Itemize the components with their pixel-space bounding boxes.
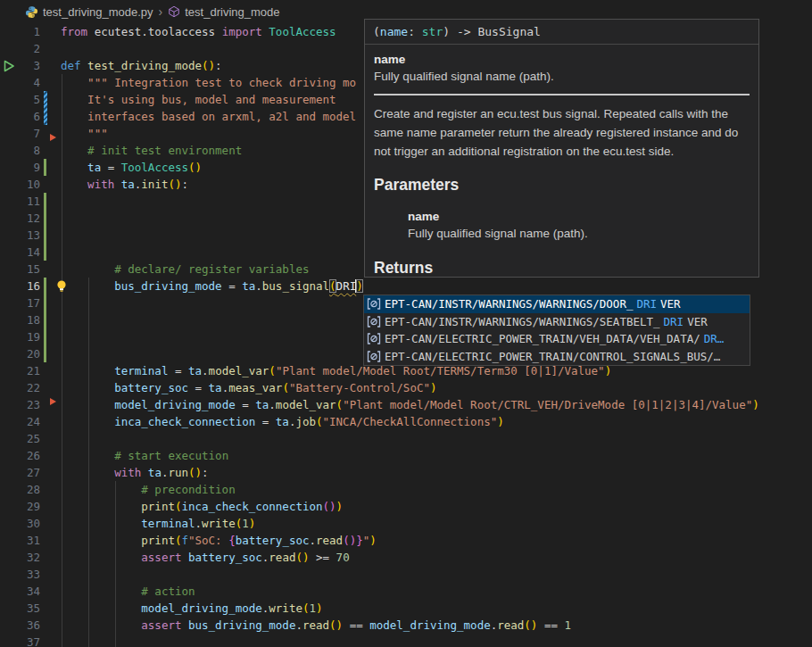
hover-divider [374, 94, 750, 95]
code-text [40, 40, 61, 57]
hover-signature: (name: str) -> BusSignal [365, 20, 758, 45]
code-line[interactable]: 36 assert bus_driving_mode.read() == mod… [0, 617, 812, 634]
code-text: model_driving_mode = ta.model_var("Plant… [40, 396, 759, 413]
code-text [40, 227, 61, 244]
lightbulb-icon [55, 279, 68, 293]
code-text [40, 311, 61, 328]
code-text: """ Integration test to check driving mo [40, 74, 356, 91]
line-number[interactable]: 21 [0, 362, 40, 379]
code-text [40, 328, 61, 345]
line-number[interactable]: 10 [0, 176, 40, 193]
line-number[interactable]: 4 [0, 74, 40, 91]
code-text: assert bus_driving_mode.read() == model_… [40, 617, 571, 634]
line-number[interactable]: 17 [0, 294, 40, 311]
line-number[interactable]: 12 [0, 210, 40, 227]
line-number[interactable]: 8 [0, 142, 40, 159]
code-line[interactable]: 33 [0, 566, 812, 583]
code-line[interactable]: 29 print(inca_check_connection()) [0, 498, 812, 515]
line-number[interactable]: 11 [0, 193, 40, 210]
line-number[interactable]: 31 [0, 532, 40, 549]
run-test-button[interactable] [4, 60, 15, 76]
code-text: It's using bus, model and measurement [40, 91, 336, 108]
code-text: with ta.init(): [40, 176, 188, 193]
code-line[interactable]: 37 [0, 634, 812, 647]
line-number[interactable]: 20 [0, 345, 40, 362]
code-text: print(f"SoC: {battery_soc.read()}") [40, 532, 377, 549]
hover-parameter-name: name [408, 209, 750, 225]
run-triangle-icon [4, 60, 15, 72]
vscode-editor: test_driving_mode.py › test_driving_mode… [0, 0, 812, 647]
line-number[interactable]: 35 [0, 600, 40, 617]
line-number[interactable]: 30 [0, 515, 40, 532]
line-number[interactable]: 33 [0, 566, 40, 583]
suggestion-item[interactable]: EPT-CAN/ELECTRIC_POWER_TRAIN/CONTROL_SIG… [364, 348, 750, 366]
code-line[interactable]: 34 # action [0, 583, 812, 600]
hover-doc-widget[interactable]: (name: str) -> BusSignal name Fully qual… [364, 19, 759, 278]
line-number[interactable]: 28 [0, 481, 40, 498]
line-number[interactable]: 34 [0, 583, 40, 600]
line-number[interactable]: 24 [0, 413, 40, 430]
line-number[interactable]: 23 [0, 396, 40, 413]
line-number[interactable]: 26 [0, 447, 40, 464]
line-number[interactable]: 2 [0, 40, 40, 57]
code-text: model_driving_mode.write(1) [40, 600, 323, 617]
code-text: battery_soc = ta.meas_var("Battery-Contr… [40, 379, 437, 396]
code-text: # declare/ register variables [40, 261, 309, 278]
code-line[interactable]: 26 # start execution [0, 447, 812, 464]
line-number[interactable]: 6 [0, 108, 40, 125]
line-number[interactable]: 36 [0, 617, 40, 634]
breadcrumb-file[interactable]: test_driving_mode.py [43, 5, 153, 19]
line-number[interactable]: 19 [0, 328, 40, 345]
code-line[interactable]: 28 # precondition [0, 481, 812, 498]
breadcrumb-symbol[interactable]: test_driving_mode [185, 5, 279, 19]
line-number[interactable]: 32 [0, 549, 40, 566]
code-text: inca_check_connection = ta.job("INCA/Che… [40, 413, 504, 430]
line-number[interactable]: 22 [0, 379, 40, 396]
suggestion-item[interactable]: EPT-CAN/INSTR/WARNINGS/WARNINGS/DOOR_DRI… [364, 295, 750, 313]
suggestion-item[interactable]: EPT-CAN/ELECTRIC_POWER_TRAIN/VEH_DATA/VE… [364, 330, 750, 348]
code-text: print(inca_check_connection()) [40, 498, 343, 515]
code-text: # init test environment [40, 142, 242, 159]
line-number[interactable]: 9 [0, 159, 40, 176]
code-line[interactable]: 32 assert battery_soc.read() >= 70 [0, 549, 812, 566]
line-number[interactable]: 13 [0, 227, 40, 244]
line-number[interactable]: 5 [0, 91, 40, 108]
code-text: # start execution [40, 447, 228, 464]
code-text: with ta.run(): [40, 464, 209, 481]
line-number[interactable]: 14 [0, 244, 40, 261]
code-text [40, 193, 61, 210]
code-text [40, 430, 61, 447]
code-line[interactable]: 22 battery_soc = ta.meas_var("Battery-Co… [0, 379, 812, 396]
hover-parameters-heading: Parameters [374, 175, 750, 195]
chevron-right-icon: › [159, 4, 163, 19]
code-text: interfaces based on arxml, a2l and model [40, 108, 356, 125]
line-number[interactable]: 27 [0, 464, 40, 481]
code-line[interactable]: 31 print(f"SoC: {battery_soc.read()}") [0, 532, 812, 549]
code-line[interactable]: 24 inca_check_connection = ta.job("INCA/… [0, 413, 812, 430]
line-number[interactable]: 18 [0, 311, 40, 328]
code-line[interactable]: 27 with ta.run(): [0, 464, 812, 481]
line-number[interactable]: 1 [0, 23, 40, 40]
line-number[interactable]: 29 [0, 498, 40, 515]
line-number[interactable]: 16 [0, 278, 40, 294]
code-line[interactable]: 25 [0, 430, 812, 447]
code-text: # precondition [40, 481, 236, 498]
code-line[interactable]: 23 model_driving_mode = ta.model_var("Pl… [0, 396, 812, 413]
line-number[interactable]: 7 [0, 125, 40, 142]
suggest-widget[interactable]: EPT-CAN/INSTR/WARNINGS/WARNINGS/DOOR_DRI… [363, 294, 750, 366]
constant-icon [367, 316, 381, 328]
hover-param-title: name [374, 52, 750, 68]
code-text: """ [40, 125, 108, 142]
code-text [40, 566, 61, 583]
line-number[interactable]: 37 [0, 634, 40, 647]
code-line[interactable]: 30 terminal.write(1) [0, 515, 812, 532]
suggestion-item[interactable]: EPT-CAN/INSTR/WARNINGS/WARNINGS/SEATBELT… [364, 313, 750, 331]
lightbulb-action[interactable] [55, 279, 68, 296]
line-number[interactable]: 25 [0, 430, 40, 447]
code-line[interactable]: 16 bus_driving_mode = ta.bus_signal(DRI) [0, 278, 812, 294]
code-line[interactable]: 35 model_driving_mode.write(1) [0, 600, 812, 617]
constant-icon [367, 333, 381, 344]
line-number[interactable]: 15 [0, 261, 40, 278]
code-text [40, 244, 61, 261]
python-file-icon [25, 5, 38, 19]
